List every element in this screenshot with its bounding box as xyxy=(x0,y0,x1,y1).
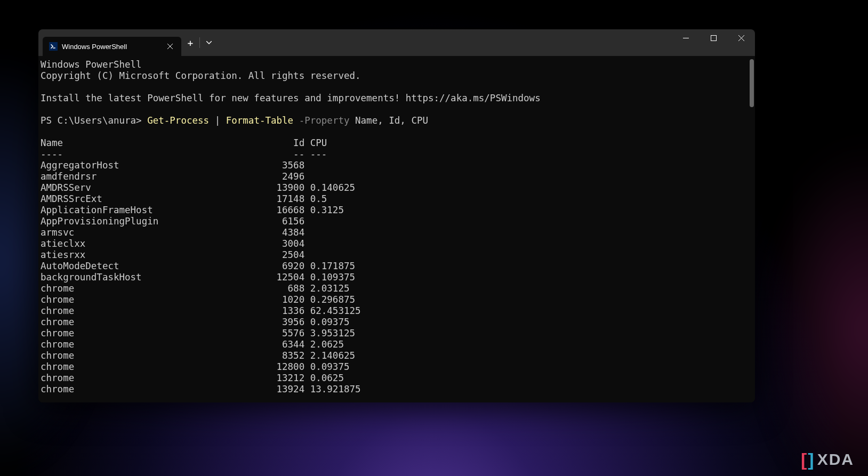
process-row: chrome 1020 0.296875 xyxy=(41,294,753,305)
process-row: atiesrxx 2504 xyxy=(41,249,753,261)
process-row: AppProvisioningPlugin 6156 xyxy=(41,216,753,227)
output-line xyxy=(41,104,753,115)
prompt-line: PS C:\Users\anura> Get-Process | Format-… xyxy=(41,115,753,126)
window-controls xyxy=(672,29,755,46)
process-row: armsvc 4384 xyxy=(41,227,753,238)
process-row: chrome 688 2.03125 xyxy=(41,283,753,294)
svg-rect-4 xyxy=(711,35,716,41)
process-row: chrome 3956 0.09375 xyxy=(41,317,753,328)
watermark: [] XDA xyxy=(801,450,854,469)
close-button[interactable] xyxy=(727,29,755,46)
terminal-window: Windows PowerShell + Windows PowerShel xyxy=(38,29,755,402)
process-row: backgroundTaskHost 12504 0.109375 xyxy=(41,272,753,283)
output-line xyxy=(41,82,753,93)
tab-dropdown-button[interactable] xyxy=(200,34,218,52)
watermark-text: XDA xyxy=(817,450,854,469)
output-line: Windows PowerShell xyxy=(41,59,753,70)
minimize-button[interactable] xyxy=(672,29,700,46)
watermark-icon: [] xyxy=(801,450,814,469)
new-tab-button[interactable]: + xyxy=(181,34,199,52)
output-line xyxy=(41,126,753,138)
tab-title: Windows PowerShell xyxy=(62,43,161,51)
process-row: chrome 6344 2.0625 xyxy=(41,339,753,350)
table-header: Name Id CPU xyxy=(41,138,753,149)
tabs-area: Windows PowerShell + xyxy=(38,29,218,56)
scrollbar[interactable] xyxy=(750,59,754,107)
process-row: chrome 5576 3.953125 xyxy=(41,328,753,339)
titlebar[interactable]: Windows PowerShell + xyxy=(38,29,755,56)
powershell-icon xyxy=(49,42,58,51)
process-row: atieclxx 3004 xyxy=(41,238,753,249)
process-row: chrome 8352 2.140625 xyxy=(41,350,753,361)
tab-close-button[interactable] xyxy=(165,42,175,51)
process-row: chrome 13212 0.0625 xyxy=(41,373,753,384)
process-row: chrome 13924 13.921875 xyxy=(41,384,753,395)
process-row: ApplicationFrameHost 16668 0.3125 xyxy=(41,205,753,216)
process-row: chrome 1336 62.453125 xyxy=(41,305,753,317)
process-row: AMDRSServ 13900 0.140625 xyxy=(41,182,753,193)
maximize-button[interactable] xyxy=(700,29,727,46)
table-divider: ---- -- --- xyxy=(41,149,753,160)
tab-powershell[interactable]: Windows PowerShell xyxy=(43,37,181,56)
process-row: AMDRSSrcExt 17148 0.5 xyxy=(41,193,753,205)
output-line: Copyright (C) Microsoft Corporation. All… xyxy=(41,70,753,82)
process-row: amdfendrsr 2496 xyxy=(41,171,753,182)
process-row: AutoModeDetect 6920 0.171875 xyxy=(41,261,753,272)
terminal-output[interactable]: Windows PowerShellCopyright (C) Microsof… xyxy=(38,56,755,402)
output-line: Install the latest PowerShell for new fe… xyxy=(41,93,753,104)
bg-glow-right xyxy=(761,143,868,476)
process-row: AggregatorHost 3568 xyxy=(41,160,753,171)
process-row: chrome 12800 0.09375 xyxy=(41,361,753,373)
